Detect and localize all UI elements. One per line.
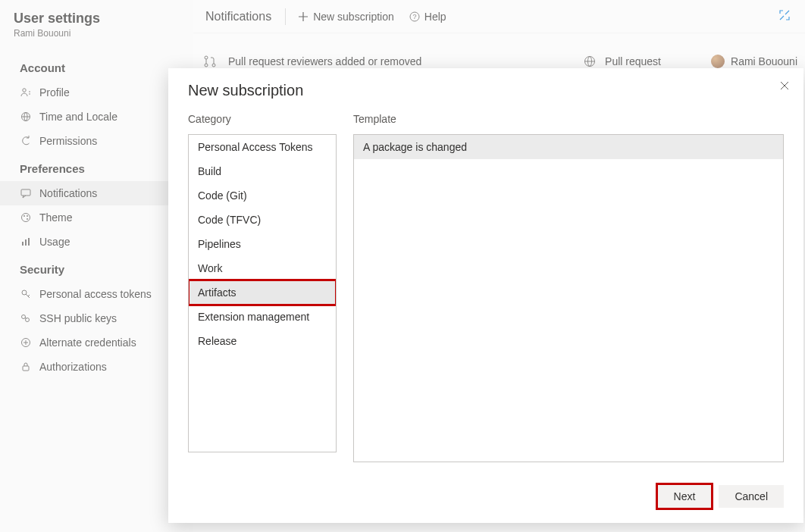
category-item[interactable]: Build xyxy=(189,159,336,183)
template-label: Template xyxy=(353,113,784,125)
svg-rect-3 xyxy=(21,189,30,196)
next-button[interactable]: Next xyxy=(658,485,712,508)
help-icon: ? xyxy=(409,11,420,22)
svg-point-19 xyxy=(205,64,208,67)
sidebar-item-notif[interactable]: Notifications xyxy=(0,181,193,205)
sidebar-item-profile[interactable]: Profile xyxy=(0,80,193,105)
svg-point-7 xyxy=(27,218,28,220)
sidebar-item-theme[interactable]: Theme xyxy=(0,205,193,230)
paint-icon xyxy=(20,211,32,224)
sidebar-item-label: Usage xyxy=(39,236,70,248)
plus-icon xyxy=(298,11,309,22)
close-icon xyxy=(779,80,790,91)
person-icon xyxy=(20,86,32,99)
category-item[interactable]: Pipelines xyxy=(189,232,336,256)
idcred-icon xyxy=(20,336,32,349)
cancel-button[interactable]: Cancel xyxy=(719,485,784,508)
category-item[interactable]: Code (Git) xyxy=(189,183,336,208)
svg-text:?: ? xyxy=(412,13,416,20)
new-subscription-dialog: New subscription Category Personal Acces… xyxy=(168,68,803,523)
template-item[interactable]: A package is changed xyxy=(354,135,783,159)
expand-button[interactable] xyxy=(776,7,793,26)
sidebar-item-label: Authorizations xyxy=(39,361,107,373)
page-title: User settings xyxy=(0,11,193,27)
close-button[interactable] xyxy=(776,77,793,96)
avatar xyxy=(711,55,725,68)
category-label: Category xyxy=(188,113,337,125)
category-listbox[interactable]: Personal Access TokensBuildCode (Git)Cod… xyxy=(188,134,337,452)
sidebar-item-perm[interactable]: Permissions xyxy=(0,129,193,153)
globe-icon xyxy=(20,111,32,123)
sidebar-item-alt[interactable]: Alternate credentials xyxy=(0,330,193,355)
svg-rect-15 xyxy=(23,366,29,371)
sidebar-group-label: Preferences xyxy=(0,153,193,181)
sidebar: User settings Rami Bououni AccountProfil… xyxy=(0,0,193,532)
sidebar-item-label: Theme xyxy=(39,211,73,224)
category-item[interactable]: Extension management xyxy=(189,305,336,329)
template-listbox[interactable]: A package is changed xyxy=(353,134,784,462)
category-item[interactable]: Personal Access Tokens xyxy=(189,135,336,159)
divider xyxy=(285,8,286,25)
svg-rect-8 xyxy=(22,242,23,246)
sidebar-item-label: SSH public keys xyxy=(39,312,117,324)
dialog-title: New subscription xyxy=(188,82,784,99)
new-subscription-label: New subscription xyxy=(313,11,394,23)
svg-rect-9 xyxy=(25,239,27,246)
globe-icon xyxy=(575,55,605,67)
sidebar-item-time[interactable]: Time and Locale xyxy=(0,105,193,129)
subscription-title: Pull request reviewers added or removed xyxy=(228,55,421,67)
category-item[interactable]: Code (TFVC) xyxy=(189,208,336,232)
category-item[interactable]: Work xyxy=(189,256,336,280)
sidebar-item-label: Notifications xyxy=(39,187,97,199)
svg-point-0 xyxy=(23,89,26,92)
refresh-icon xyxy=(20,135,32,147)
subscription-owner: Rami Bououni xyxy=(711,55,797,68)
owner-name: Rami Bououni xyxy=(731,55,797,67)
toolbar-title: Notifications xyxy=(205,10,271,23)
bars-icon xyxy=(20,236,32,248)
sidebar-item-pat[interactable]: Personal access tokens xyxy=(0,282,193,306)
svg-point-6 xyxy=(27,215,28,217)
sidebar-item-auth[interactable]: Authorizations xyxy=(0,355,193,379)
svg-point-5 xyxy=(23,215,25,217)
sidebar-item-label: Permissions xyxy=(39,135,97,147)
svg-point-4 xyxy=(22,214,30,222)
sidebar-item-usage[interactable]: Usage xyxy=(0,230,193,254)
category-item[interactable]: Artifacts xyxy=(189,280,336,305)
sidebar-item-label: Profile xyxy=(39,86,70,99)
sidebar-item-label: Alternate credentials xyxy=(39,336,136,349)
keychain-icon xyxy=(20,312,32,324)
expand-icon xyxy=(779,10,790,20)
sidebar-group-label: Security xyxy=(0,254,193,282)
sidebar-group-label: Account xyxy=(0,52,193,80)
chat-icon xyxy=(20,187,32,199)
subscription-type: Pull request xyxy=(605,55,711,67)
sidebar-item-ssh[interactable]: SSH public keys xyxy=(0,306,193,330)
category-item[interactable]: Release xyxy=(189,329,336,353)
svg-rect-10 xyxy=(28,238,30,246)
current-user: Rami Bououni xyxy=(0,27,193,52)
sidebar-item-label: Time and Locale xyxy=(39,111,117,123)
pull-request-icon xyxy=(201,55,219,68)
svg-point-12 xyxy=(22,315,26,319)
svg-point-18 xyxy=(205,56,208,59)
key-icon xyxy=(20,288,32,300)
svg-point-20 xyxy=(212,64,215,67)
help-label: Help xyxy=(424,11,446,23)
help-button[interactable]: ? Help xyxy=(402,8,454,26)
toolbar: Notifications New subscription ? Help xyxy=(193,0,805,33)
lock-icon xyxy=(20,361,32,373)
new-subscription-button[interactable]: New subscription xyxy=(290,8,402,26)
sidebar-item-label: Personal access tokens xyxy=(39,288,152,300)
